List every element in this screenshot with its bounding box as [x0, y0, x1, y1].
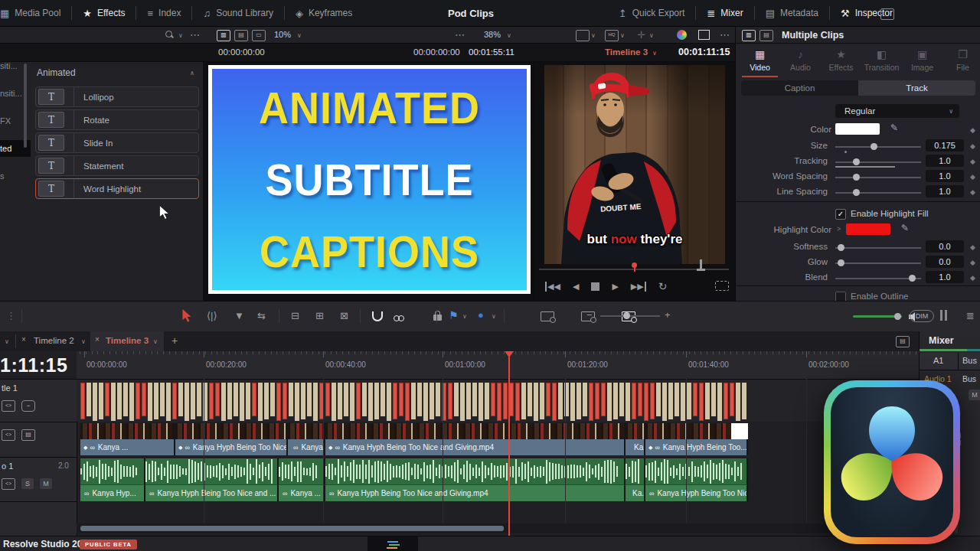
- add-timeline-tab-icon[interactable]: +: [172, 335, 178, 346]
- slider-track[interactable]: [835, 262, 921, 264]
- text-color-swatch[interactable]: [835, 123, 880, 135]
- caption-clip[interactable]: [154, 383, 158, 419]
- caption-clip[interactable]: [160, 383, 165, 416]
- proxy-quality-icon[interactable]: HQ: [605, 30, 619, 41]
- caption-clip[interactable]: [454, 383, 459, 416]
- skip-end-button[interactable]: ▶▶: [631, 282, 646, 292]
- caption-clip[interactable]: [417, 383, 422, 416]
- caption-clip[interactable]: [436, 383, 440, 416]
- caption-clip[interactable]: [136, 383, 140, 419]
- keyframe-diamond-icon[interactable]: ◆: [970, 274, 975, 282]
- monitor-volume-slider[interactable]: [853, 315, 902, 318]
- timeline-ruler[interactable]: 00:00:00:0000:00:20:0000:00:40:0000:01:0…: [77, 351, 919, 380]
- caption-clip[interactable]: [540, 383, 544, 419]
- caption-clip[interactable]: [479, 383, 483, 421]
- caption-clip[interactable]: [129, 383, 134, 421]
- right-viewer-dots-icon[interactable]: ⋯: [720, 30, 730, 40]
- panel-toggle-icon[interactable]: [880, 8, 894, 20]
- left-zoom-select[interactable]: 10%: [274, 30, 291, 39]
- caption-clip[interactable]: [197, 383, 201, 416]
- play-button[interactable]: ▶: [612, 282, 618, 292]
- tab-timeline-3[interactable]: × Timeline 3 ∨: [90, 331, 164, 351]
- dim-button[interactable]: DIM: [910, 310, 934, 322]
- toolbar-button-metadata[interactable]: ▤Metadata: [755, 0, 829, 26]
- video-clip[interactable]: ◆∞Kanya Hyph Being Too Nice and Giving.m…: [325, 439, 626, 455]
- slider-value[interactable]: 0.0: [926, 256, 964, 268]
- caption-clip[interactable]: [142, 383, 146, 416]
- tab-image[interactable]: ▣Image: [902, 47, 942, 77]
- toolbar-button-sound-library[interactable]: ♫Sound Library: [192, 0, 283, 26]
- left-viewer-dots-icon[interactable]: ⋯: [455, 30, 465, 40]
- toolbar-button-mixer[interactable]: ≣Mixer: [696, 0, 753, 26]
- slider-track[interactable]: [835, 161, 921, 163]
- caption-clip[interactable]: [485, 383, 489, 419]
- caption-clip[interactable]: [80, 383, 85, 419]
- audio-clip[interactable]: ∞Kanya Hyph Being Too Nice and Giving.mp…: [325, 484, 626, 501]
- slider-value[interactable]: 1.0: [926, 170, 964, 182]
- tab2-chevron-icon[interactable]: ∨: [81, 338, 86, 345]
- caption-clip[interactable]: [209, 383, 214, 419]
- video-clip[interactable]: ∞Kanya ...: [288, 439, 325, 455]
- crop-tool-icon[interactable]: [576, 30, 590, 41]
- caption-clip[interactable]: [123, 383, 128, 416]
- caption-clip[interactable]: [472, 383, 477, 416]
- caption-clip[interactable]: [736, 383, 740, 421]
- caption-clip[interactable]: [283, 383, 287, 419]
- flag-chevron-icon[interactable]: ∨: [462, 313, 467, 320]
- slider-handle[interactable]: [853, 174, 860, 181]
- caption-clip[interactable]: [191, 383, 195, 419]
- caption-clip[interactable]: [595, 383, 599, 419]
- keyframe-diamond-icon[interactable]: ◆: [970, 243, 975, 251]
- right-zoom-chevron-icon[interactable]: ∨: [507, 32, 511, 39]
- caption-clip[interactable]: [644, 383, 648, 421]
- caption-clip[interactable]: [570, 383, 575, 421]
- caption-clip[interactable]: [344, 383, 348, 416]
- caption-clip[interactable]: [399, 383, 403, 416]
- audio-clip-waveform[interactable]: [80, 458, 145, 484]
- slider-track[interactable]: [835, 247, 921, 249]
- caption-clip[interactable]: [99, 383, 103, 419]
- caption-clip[interactable]: [656, 383, 661, 416]
- caption-clip[interactable]: [93, 383, 97, 421]
- crop-chevron-icon[interactable]: ∨: [591, 32, 596, 39]
- caption-clip[interactable]: [387, 383, 391, 421]
- caption-clip[interactable]: [148, 383, 152, 421]
- caption-clip[interactable]: [687, 383, 691, 419]
- caption-clip[interactable]: [393, 383, 397, 419]
- color-wheel-icon[interactable]: [677, 30, 687, 40]
- search-icon[interactable]: [165, 31, 173, 38]
- audio-clip-waveform[interactable]: [279, 458, 325, 484]
- audio-clip[interactable]: Ka...: [626, 484, 645, 501]
- safe-area-icon[interactable]: [698, 30, 710, 40]
- keyframe-diamond-icon[interactable]: ◆: [970, 188, 975, 196]
- mixer-bus-name[interactable]: Bus: [962, 374, 976, 383]
- caption-clip[interactable]: [368, 383, 373, 421]
- audio-clip-waveform[interactable]: [645, 458, 748, 484]
- keyframe-diamond-icon[interactable]: ◆: [970, 126, 975, 134]
- font-style-dropdown[interactable]: Regular ∨: [835, 104, 959, 118]
- caption-clip[interactable]: [491, 383, 495, 416]
- caption-clip[interactable]: [215, 383, 220, 416]
- caption-clip[interactable]: [693, 383, 697, 416]
- caption-clip[interactable]: [221, 383, 226, 421]
- zoom-out-icon[interactable]: −: [586, 310, 593, 320]
- caption-clip[interactable]: [613, 383, 618, 419]
- left-zoom-chevron-icon[interactable]: ∨: [297, 32, 302, 39]
- caption-clip[interactable]: [534, 383, 538, 421]
- slider-handle[interactable]: [853, 189, 860, 196]
- meters-toggle-icon[interactable]: [940, 310, 942, 321]
- position-lock-icon[interactable]: [433, 315, 442, 321]
- caption-clip[interactable]: [307, 383, 312, 416]
- video-clip[interactable]: Ka...: [626, 439, 645, 455]
- page-edit-button[interactable]: [368, 536, 418, 551]
- caption-clip[interactable]: [552, 383, 557, 421]
- caption-clip[interactable]: [724, 383, 728, 419]
- caption-clip[interactable]: [264, 383, 269, 419]
- caption-clip[interactable]: [362, 383, 367, 416]
- replace-clip-icon[interactable]: ⊠: [340, 311, 348, 321]
- mixer-bus-mute-button[interactable]: M: [969, 390, 980, 400]
- close-tab-icon[interactable]: ×: [95, 336, 100, 344]
- selection-tool-icon[interactable]: [182, 309, 194, 323]
- caption-clip[interactable]: [258, 383, 263, 421]
- close-tab-icon[interactable]: ×: [21, 336, 26, 344]
